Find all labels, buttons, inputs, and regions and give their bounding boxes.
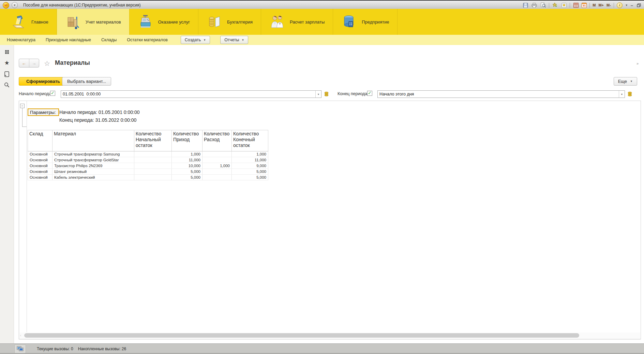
forward-button[interactable]: → <box>29 59 39 67</box>
table-row: Основной Шланг резиновый 5,000 5,000 <box>28 169 268 175</box>
cell-qty-expense[interactable] <box>203 175 232 180</box>
cell-qty-income[interactable]: 10,000 <box>172 163 203 169</box>
chevron-down-icon[interactable]: ▼ <box>315 91 321 98</box>
link-prihodnye-nakladnye[interactable]: Приходные накладные <box>46 38 91 42</box>
scroll-left-icon[interactable]: ‹ <box>20 334 21 337</box>
cell-warehouse[interactable]: Основной <box>28 169 53 175</box>
chevron-down-icon[interactable]: ▼ <box>625 4 628 7</box>
cell-material[interactable]: Кабель электрический <box>53 175 134 180</box>
1c-logo-icon[interactable]: 1С <box>3 2 9 9</box>
generate-report-button[interactable]: Сформировать <box>19 77 68 86</box>
col-header-qty-opening[interactable]: Количество Начальный остаток <box>134 130 172 151</box>
period-end-checkbox[interactable] <box>367 91 372 96</box>
col-header-qty-closing[interactable]: Количество Конечный остаток <box>232 130 268 151</box>
col-header-qty-income[interactable]: Количество Приход <box>172 130 203 151</box>
tab-predpriyatie[interactable]: Предприятие <box>333 9 398 35</box>
info-icon[interactable]: i <box>617 2 623 8</box>
maximize-button[interactable] <box>636 2 642 8</box>
chevron-down-icon[interactable]: ▼ <box>619 91 625 98</box>
cell-qty-income[interactable]: 5,000 <box>172 169 203 175</box>
history-panel-button[interactable] <box>1 69 13 79</box>
current-calls-status: Текущие вызовы: 0 <box>37 346 73 351</box>
choose-variant-button[interactable]: Выбрать вариант... <box>62 77 111 86</box>
cell-qty-closing[interactable]: 11,000 <box>232 157 268 163</box>
favorites-icon[interactable] <box>561 2 567 8</box>
table-row: Основной Строчный трансформатор Samsung … <box>28 151 268 157</box>
tab-uchet-materialov[interactable]: Учет материалов <box>57 9 130 35</box>
print-icon[interactable] <box>531 2 537 8</box>
collapse-panel-chevron-icon[interactable]: » <box>636 61 639 65</box>
scrollbar-thumb[interactable] <box>24 333 579 338</box>
cell-warehouse[interactable]: Основной <box>28 175 53 180</box>
more-button[interactable]: Еще ▼ <box>614 77 637 86</box>
cell-material[interactable]: Транзистор Philips 2N2369 <box>53 163 134 169</box>
period-end-label: Конец периода: <box>338 91 369 96</box>
col-header-qty-expense[interactable]: Количество Расход <box>203 130 232 151</box>
col-header-warehouse[interactable]: Склад <box>28 130 53 151</box>
cell-qty-opening[interactable] <box>134 157 172 163</box>
search-panel-button[interactable] <box>1 80 13 90</box>
cell-qty-expense[interactable] <box>203 151 232 157</box>
link-ostatki-materialov[interactable]: Остатки материалов <box>127 38 168 42</box>
calculator-icon[interactable] <box>573 2 579 8</box>
collapse-group-button[interactable]: − <box>20 104 25 108</box>
cell-qty-expense[interactable]: 1,000 <box>203 163 232 169</box>
tab-buhgalteriya[interactable]: Бухгалтерия <box>198 9 261 35</box>
desk-lamp-icon <box>11 14 27 30</box>
horizontal-scrollbar[interactable]: ‹ <box>19 333 640 338</box>
period-start-input[interactable]: 01.05.2001 0:00:00 ▼ <box>61 90 321 98</box>
add-favorite-icon[interactable] <box>552 2 558 8</box>
tab-raschet-zarplaty[interactable]: Расчет зарплаты <box>261 9 333 35</box>
selected-cell-parameters[interactable]: Параметры: <box>28 108 59 116</box>
tab-glavnoe[interactable]: Главное <box>3 9 57 35</box>
cell-qty-income[interactable]: 11,000 <box>172 157 203 163</box>
reports-menu-button[interactable]: Отчеты ▼ <box>220 36 248 44</box>
cell-qty-closing[interactable]: 1,000 <box>232 151 268 157</box>
calendar-icon[interactable]: 31 <box>582 3 587 8</box>
cell-material[interactable]: Шланг резиновый <box>53 169 134 175</box>
cell-warehouse[interactable]: Основной <box>28 151 53 157</box>
print-preview-icon[interactable] <box>540 2 546 8</box>
cell-qty-opening[interactable] <box>134 175 172 180</box>
system-menu-button[interactable]: ▼ <box>12 2 18 8</box>
cell-qty-opening[interactable] <box>134 163 172 169</box>
cell-qty-opening[interactable] <box>134 151 172 157</box>
favorites-panel-button[interactable]: ★ <box>1 58 13 68</box>
titlebar: 1С ▼ Пособие для начинающих (1С:Предприя… <box>0 0 644 10</box>
period-end-input[interactable]: Начало этого дня ▼ <box>377 90 625 98</box>
cell-qty-expense[interactable] <box>203 157 232 163</box>
memory-add-button[interactable]: M+ <box>598 3 604 7</box>
cell-material[interactable]: Строчный трансформатор GoldStar <box>53 157 134 163</box>
param-line-period-start[interactable]: Начало периода: 01.05.2001 0:00:00 <box>59 108 140 116</box>
period-start-datepicker-button[interactable] <box>324 91 329 98</box>
save-icon[interactable] <box>522 2 528 8</box>
minimize-button[interactable]: – <box>631 3 633 8</box>
cell-warehouse[interactable]: Основной <box>28 157 53 163</box>
cell-material[interactable]: Строчный трансформатор Samsung <box>53 151 134 157</box>
period-end-datepicker-button[interactable] <box>627 91 633 98</box>
history-scroll-icon <box>4 71 10 77</box>
create-menu-button[interactable]: Создать ▼ <box>181 36 210 44</box>
link-nomenklatura[interactable]: Номенклатура <box>7 38 35 42</box>
col-header-material[interactable]: Материал <box>53 130 134 151</box>
cell-qty-income[interactable]: 5,000 <box>172 175 203 180</box>
performance-indicator-button[interactable] <box>14 344 26 353</box>
memory-recall-button[interactable]: M <box>593 3 596 7</box>
period-start-checkbox[interactable] <box>50 91 55 96</box>
memory-subtract-button[interactable]: M- <box>606 3 611 7</box>
cell-qty-opening[interactable] <box>134 169 172 175</box>
cell-qty-closing[interactable]: 5,000 <box>232 169 268 175</box>
param-line-period-end[interactable]: Конец периода: 31.05.2022 0:00:00 <box>59 116 136 124</box>
all-functions-menu-button[interactable] <box>1 47 13 57</box>
cell-qty-expense[interactable] <box>203 169 232 175</box>
link-sklady[interactable]: Склады <box>101 38 117 42</box>
cell-qty-income[interactable]: 1,000 <box>172 151 203 157</box>
tab-okazanie-uslug[interactable]: Оказание услуг <box>130 9 198 35</box>
accumulated-calls-status: Накопленные вызовы: 26 <box>78 346 126 351</box>
cell-qty-closing[interactable]: 9,000 <box>232 163 268 169</box>
add-to-favorites-star-icon[interactable]: ☆ <box>44 59 50 68</box>
cell-warehouse[interactable]: Основной <box>28 163 53 169</box>
cell-qty-closing[interactable]: 5,000 <box>232 175 268 180</box>
search-icon <box>4 82 10 88</box>
back-button[interactable]: ← <box>19 59 29 67</box>
